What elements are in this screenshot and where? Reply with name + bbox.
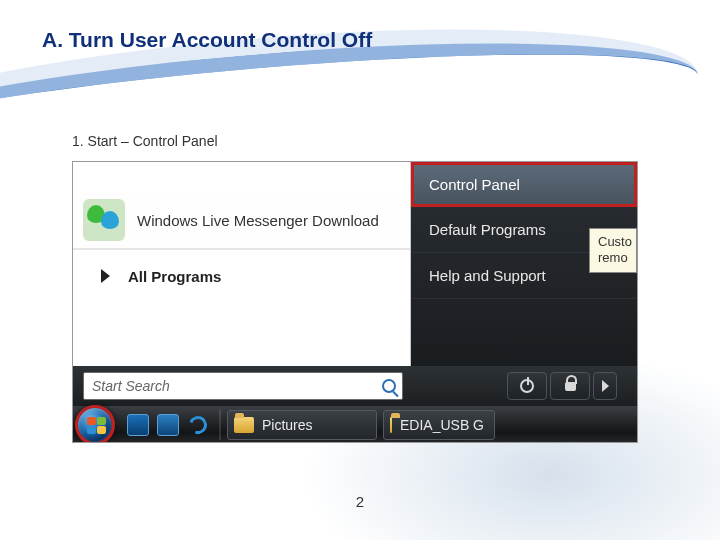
screenshot-start-menu: Windows Live Messenger Download All Prog… xyxy=(72,161,638,443)
start-menu-all-programs[interactable]: All Programs xyxy=(73,248,410,302)
start-search-input[interactable]: Start Search xyxy=(83,372,403,400)
show-desktop-icon[interactable] xyxy=(127,414,149,436)
power-button-cluster xyxy=(507,366,637,406)
slide-title: A. Turn User Account Control Off xyxy=(42,28,372,52)
chevron-right-icon xyxy=(602,380,609,392)
taskbar-task-label: EDIA_USB G xyxy=(400,417,484,433)
taskbar-separator xyxy=(219,410,221,440)
taskbar-task-pictures[interactable]: Pictures xyxy=(227,410,377,440)
tooltip-line: Custo xyxy=(598,234,632,249)
messenger-icon xyxy=(83,199,125,241)
lock-button[interactable] xyxy=(550,372,590,400)
folder-icon xyxy=(390,417,392,433)
switch-windows-icon[interactable] xyxy=(157,414,179,436)
search-icon xyxy=(382,379,396,393)
right-panel-control-panel[interactable]: Control Panel xyxy=(411,162,637,207)
tooltip-line: remo xyxy=(598,250,628,265)
internet-explorer-icon[interactable] xyxy=(187,414,209,436)
power-button[interactable] xyxy=(507,372,547,400)
folder-icon xyxy=(234,417,254,433)
power-icon xyxy=(520,379,534,393)
all-programs-label: All Programs xyxy=(128,268,221,285)
start-menu-item-messenger[interactable]: Windows Live Messenger Download xyxy=(73,192,410,248)
shutdown-menu-button[interactable] xyxy=(593,372,617,400)
start-menu-left-panel: Windows Live Messenger Download All Prog… xyxy=(73,162,411,366)
taskbar-task-usb[interactable]: EDIA_USB G xyxy=(383,410,495,440)
start-button[interactable] xyxy=(75,405,115,443)
start-menu-item-blank xyxy=(73,162,410,192)
search-placeholder: Start Search xyxy=(92,378,170,394)
lock-icon xyxy=(565,382,576,391)
step-1-label: 1. Start – Control Panel xyxy=(72,133,218,149)
page-number: 2 xyxy=(356,493,364,510)
taskbar: Pictures EDIA_USB G xyxy=(73,406,637,443)
start-menu-item-label: Windows Live Messenger Download xyxy=(137,212,379,229)
taskbar-task-label: Pictures xyxy=(262,417,313,433)
control-panel-tooltip: Custo remo xyxy=(589,228,637,273)
start-menu-search-row: Start Search xyxy=(73,366,637,406)
arrow-right-icon xyxy=(101,269,110,283)
